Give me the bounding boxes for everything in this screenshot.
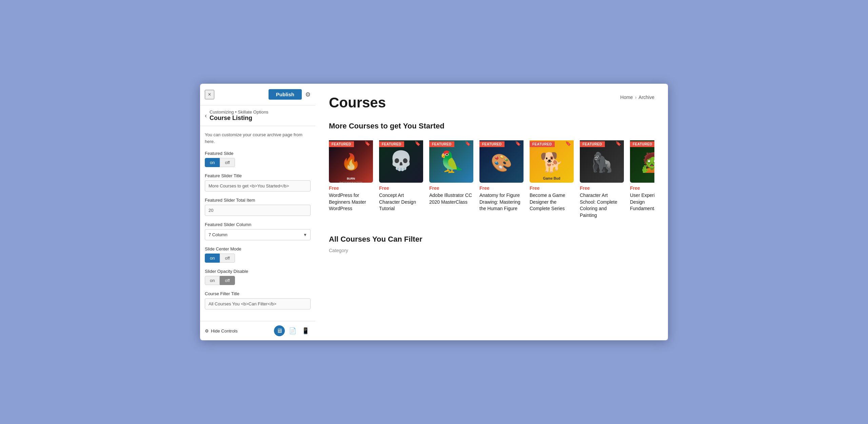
- course-name: Anatomy for Figure Drawing: Mastering th…: [479, 192, 524, 212]
- bookmark-icon: 🔖: [364, 141, 370, 146]
- hide-controls-button[interactable]: ⚙ Hide Controls: [205, 328, 238, 334]
- course-image-wrap: 🦍 FEATURED 🔖: [580, 139, 624, 183]
- featured-badge: FEATURED: [530, 141, 555, 147]
- bookmark-icon: 🔖: [465, 141, 471, 146]
- all-courses-title: All Courses You Can Filter: [329, 235, 654, 244]
- desktop-view-button[interactable]: 🖥: [274, 325, 285, 336]
- courses-grid: 🔥 BURN PHOTOSHOP ACTION FEATURED 🔖 Free …: [329, 139, 654, 219]
- course-card[interactable]: 💀 FEATURED 🔖 Free Concept Art Character …: [379, 139, 423, 219]
- svg-text:🧟: 🧟: [640, 151, 654, 174]
- featured-slider-total-input[interactable]: [205, 205, 311, 216]
- all-courses-title-bold: Can Filter: [388, 235, 422, 243]
- svg-text:PHOTOSHOP ACTION: PHOTOSHOP ACTION: [339, 181, 362, 183]
- settings-button[interactable]: ⚙: [305, 91, 311, 98]
- publish-button[interactable]: Publish: [269, 89, 302, 100]
- bookmark-icon: 🔖: [515, 141, 521, 146]
- course-name: Concept Art Character Design Tutorial: [379, 192, 423, 212]
- sidebar-nav-content: Customizing • Skillate Options Course Li…: [210, 109, 269, 122]
- all-courses-section: All Courses You Can Filter Category: [329, 235, 654, 253]
- app-container: × Publish ⚙ ‹ Customizing • Skillate Opt…: [200, 84, 668, 340]
- course-price: Free: [329, 185, 373, 191]
- close-button[interactable]: ×: [205, 90, 214, 99]
- slide-center-mode-toggle: on off: [205, 254, 311, 263]
- breadcrumb-home[interactable]: Home: [620, 95, 633, 100]
- featured-slide-control: Featured Slide on off: [205, 151, 311, 167]
- featured-badge: FEATURED: [329, 141, 354, 147]
- breadcrumb: Home › Archive: [620, 95, 654, 100]
- course-card[interactable]: 🦍 FEATURED 🔖 Free Character Art School: …: [580, 139, 624, 219]
- all-courses-title-plain: All Courses You: [329, 235, 388, 243]
- svg-text:🔥: 🔥: [341, 152, 361, 171]
- course-filter-title-input[interactable]: [205, 298, 311, 309]
- course-name: WordPress for Beginners Master WordPress: [329, 192, 373, 212]
- feature-slider-title-input[interactable]: [205, 180, 311, 191]
- sidebar-nav: ‹ Customizing • Skillate Options Course …: [200, 105, 315, 126]
- course-card[interactable]: 🔥 BURN PHOTOSHOP ACTION FEATURED 🔖 Free …: [329, 139, 373, 219]
- main-content: Courses Home › Archive More Courses to g…: [315, 84, 668, 340]
- course-price: Free: [530, 185, 574, 191]
- course-image-wrap: 🧟 FEATURED 🔖: [630, 139, 654, 183]
- featured-badge: FEATURED: [630, 141, 654, 147]
- featured-slider-total-label: Featured Slider Total Item: [205, 198, 311, 203]
- svg-text:🦍: 🦍: [590, 151, 614, 174]
- toggle-off-featured-slide[interactable]: off: [220, 158, 235, 167]
- sidebar-body: You can customize your course archive pa…: [200, 126, 315, 321]
- course-price: Free: [630, 185, 654, 191]
- featured-badge: FEATURED: [429, 141, 454, 147]
- course-card[interactable]: 🦜 FEATURED 🔖 Free Adobe Illustrator CC 2…: [429, 139, 473, 219]
- course-name: Adobe Illustrator CC 2020 MasterClass: [429, 192, 473, 205]
- svg-text:💀: 💀: [389, 149, 413, 172]
- svg-text:🐕: 🐕: [540, 151, 564, 174]
- course-name: Become a Game Designer the Complete Seri…: [530, 192, 574, 212]
- course-card[interactable]: 🎨 FEATURED 🔖 Free Anatomy for Figure Dra…: [479, 139, 524, 219]
- course-name: User Experience Design Fundamentals: [630, 192, 654, 212]
- toggle-on-featured-slide[interactable]: on: [205, 158, 220, 167]
- mobile-view-button[interactable]: 📱: [300, 325, 311, 336]
- feature-slider-title-control: Feature Slider Title: [205, 173, 311, 191]
- bookmark-icon: 🔖: [565, 141, 571, 146]
- course-image-wrap: 🎨 FEATURED 🔖: [479, 139, 524, 183]
- course-image-wrap: 🐕 Game Bud FEATURED 🔖: [530, 139, 574, 183]
- featured-section: More Courses to get You Started 🔥 BURN P…: [329, 122, 654, 219]
- course-image-wrap: 💀 FEATURED 🔖: [379, 139, 423, 183]
- course-price: Free: [580, 185, 624, 191]
- toggle-on-slider-opacity[interactable]: on: [205, 276, 220, 285]
- breadcrumb: Customizing • Skillate Options: [210, 109, 269, 115]
- slide-center-mode-label: Slide Center Mode: [205, 246, 311, 251]
- slider-opacity-disable-toggle: on off: [205, 276, 311, 285]
- tablet-view-button[interactable]: 📄: [288, 325, 298, 336]
- featured-slider-column-control: Featured Slider Column 1 Column 2 Column…: [205, 222, 311, 240]
- featured-badge: FEATURED: [580, 141, 605, 147]
- toggle-on-slide-center[interactable]: on: [205, 254, 220, 263]
- course-image-wrap: 🔥 BURN PHOTOSHOP ACTION FEATURED 🔖: [329, 139, 373, 183]
- featured-slider-column-select[interactable]: 1 Column 2 Column 3 Column 4 Column 5 Co…: [205, 229, 311, 240]
- svg-text:BURN: BURN: [347, 177, 355, 180]
- svg-text:Game Bud: Game Bud: [543, 177, 560, 180]
- toggle-off-slider-opacity[interactable]: off: [220, 276, 235, 285]
- slider-opacity-disable-label: Slider Opacity Disable: [205, 269, 311, 274]
- course-name: Character Art School: Complete Coloring …: [580, 192, 624, 219]
- page-header: Courses Home › Archive: [329, 95, 654, 111]
- featured-title-plain: More Courses to get: [329, 122, 403, 130]
- sidebar: × Publish ⚙ ‹ Customizing • Skillate Opt…: [200, 84, 315, 340]
- featured-slide-label: Featured Slide: [205, 151, 311, 156]
- bookmark-icon: 🔖: [615, 141, 621, 146]
- toggle-off-slide-center[interactable]: off: [220, 254, 235, 263]
- feature-slider-title-label: Feature Slider Title: [205, 173, 311, 178]
- category-label: Category: [329, 248, 654, 253]
- course-image-wrap: 🦜 FEATURED 🔖: [429, 139, 473, 183]
- featured-section-title: More Courses to get You Started: [329, 122, 654, 130]
- back-button[interactable]: ‹: [205, 112, 207, 119]
- featured-slider-column-label: Featured Slider Column: [205, 222, 311, 227]
- featured-slider-column-wrapper: 1 Column 2 Column 3 Column 4 Column 5 Co…: [205, 229, 311, 240]
- course-card[interactable]: 🧟 FEATURED 🔖 Free User Experience Design…: [630, 139, 654, 219]
- course-card[interactable]: 🐕 Game Bud FEATURED 🔖 Free Become a Game…: [530, 139, 574, 219]
- course-filter-title-label: Course Filter Title: [205, 291, 311, 296]
- page-title: Courses: [329, 95, 386, 111]
- breadcrumb-current: Archive: [638, 95, 654, 100]
- sidebar-topbar: × Publish ⚙: [200, 84, 315, 105]
- publish-area: Publish ⚙: [269, 89, 311, 100]
- course-price: Free: [479, 185, 524, 191]
- featured-badge: FEATURED: [479, 141, 505, 147]
- svg-text:🎨: 🎨: [491, 153, 512, 173]
